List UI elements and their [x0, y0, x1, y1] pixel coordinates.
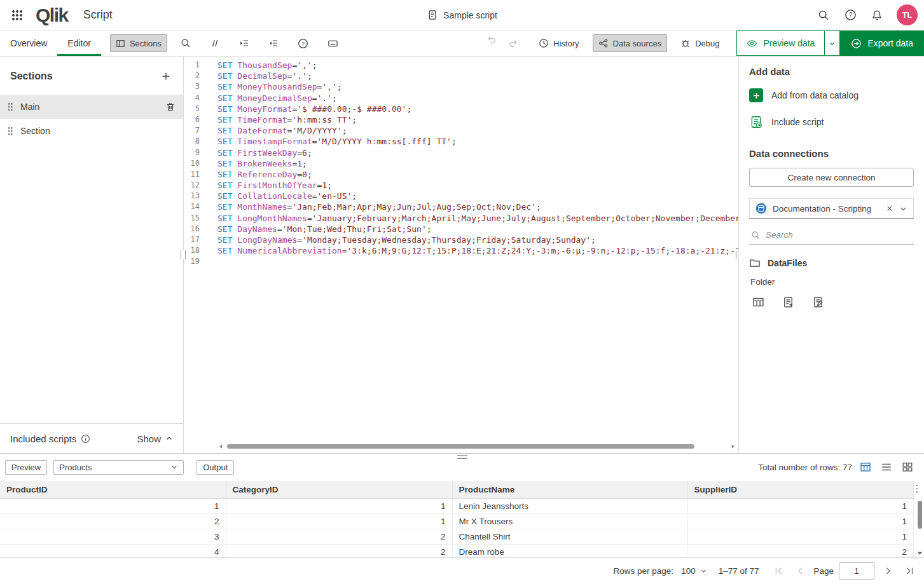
sidebar-resize-handle[interactable] — [181, 250, 186, 259]
connection-dropdown-button[interactable] — [899, 205, 907, 213]
outdent-button[interactable] — [263, 34, 284, 52]
code-line[interactable]: 18SET NumericalAbbreviation='3:k;6:M;9:G… — [184, 245, 738, 256]
show-included-scripts-button[interactable]: Show — [137, 433, 173, 444]
clear-connection-button[interactable] — [886, 205, 893, 212]
code-line[interactable]: 16SET DayNames='Mon;Tue;Wed;Thu;Fri;Sat;… — [184, 224, 738, 234]
sections-toggle-button[interactable]: Sections — [110, 34, 167, 52]
include-script-button[interactable]: Include script — [749, 109, 914, 135]
code-line[interactable]: 5SET MoneyFormat='$ ###0.00;-$ ###0.00'; — [184, 104, 738, 114]
notifications-button[interactable] — [866, 4, 888, 26]
code-line[interactable]: 2SET DecimalSep='.'; — [184, 71, 738, 81]
syntax-help-button[interactable]: ? — [292, 34, 314, 52]
last-page-button[interactable] — [901, 563, 918, 580]
table-row[interactable]: 4 2 Dream robe 2 — [0, 544, 914, 557]
code-line[interactable]: 12SET FirstMonthOfYear=1; — [184, 180, 738, 191]
code-line[interactable]: 11SET ReferenceDay=0; — [184, 169, 738, 180]
edit-script-button[interactable] — [810, 294, 825, 309]
sidebar-item-main[interactable]: Main — [0, 95, 183, 119]
sidebar-item-section[interactable]: Section — [0, 119, 183, 143]
code-line[interactable]: 19 — [184, 256, 738, 267]
code-line[interactable]: 10SET BrokenWeeks=1; — [184, 158, 738, 169]
scrollbar-thumb[interactable] — [918, 501, 922, 529]
redo-button[interactable] — [502, 34, 524, 52]
code-text: SET TimestampFormat='M/D/YYYY h:mm:ss[.f… — [217, 136, 457, 147]
panel-resize-handle[interactable] — [457, 455, 467, 459]
editor-resize-handle[interactable] — [736, 250, 739, 259]
code-editor[interactable]: 1SET ThousandSep=',';2SET DecimalSep='.'… — [184, 57, 739, 453]
connection-select[interactable]: Documentation - Scripting — [749, 198, 914, 219]
code-line[interactable]: 17SET LongDayNames='Monday;Tuesday;Wedne… — [184, 234, 738, 245]
connection-search-input[interactable]: Search — [749, 226, 914, 245]
export-data-button[interactable]: Export data — [840, 31, 924, 56]
scroll-right-icon[interactable] — [730, 444, 736, 449]
code-line[interactable]: 13SET CollationLocale='en-US'; — [184, 191, 738, 201]
select-data-button[interactable] — [750, 294, 766, 309]
code-line[interactable]: 15SET LongMonthNames='January;February;M… — [184, 213, 738, 224]
scroll-left-icon[interactable] — [218, 444, 224, 449]
list-view-button[interactable] — [879, 459, 894, 475]
table-select-value: Products — [59, 463, 92, 472]
scroll-down-button[interactable] — [917, 550, 923, 556]
first-page-button[interactable] — [770, 563, 787, 580]
info-icon[interactable] — [81, 434, 90, 444]
comment-button[interactable] — [204, 34, 226, 52]
indent-button[interactable] — [233, 34, 255, 52]
add-section-button[interactable] — [158, 68, 174, 85]
datafiles-connection[interactable]: DataFiles — [749, 257, 914, 269]
line-number: 13 — [184, 191, 217, 201]
global-search-button[interactable] — [813, 4, 834, 26]
column-header-productid[interactable]: ProductID — [0, 481, 226, 498]
preview-data-button[interactable]: Preview data — [736, 31, 825, 56]
help-button[interactable]: ? — [839, 4, 861, 26]
code-line[interactable]: 4SET MoneyDecimalSep='.'; — [184, 93, 738, 104]
line-number: 14 — [184, 201, 217, 212]
avatar[interactable]: TL — [897, 4, 918, 25]
table-row[interactable]: 2 1 Mr X Trousers 1 — [0, 513, 914, 529]
document-title[interactable]: Sample script — [427, 0, 497, 30]
table-row[interactable]: 1 1 Lenin Jeansshorts 1 — [0, 498, 914, 513]
code-line[interactable]: 7SET DateFormat='M/D/YYYY'; — [184, 125, 738, 136]
drag-handle-icon[interactable] — [8, 102, 13, 111]
code-line[interactable]: 8SET TimestampFormat='M/D/YYYY h:mm:ss[.… — [184, 136, 738, 147]
rows-per-page-select[interactable]: 100 — [681, 566, 707, 576]
history-button[interactable]: History — [533, 34, 584, 52]
delete-section-button[interactable] — [165, 102, 176, 112]
table-view-button[interactable] — [858, 459, 873, 475]
horizontal-scrollbar[interactable] — [218, 443, 736, 450]
column-header-categoryid[interactable]: CategoryID — [226, 481, 452, 498]
undo-button[interactable] — [481, 31, 502, 48]
code-line[interactable]: 3SET MoneyThousandSep=','; — [184, 81, 738, 92]
preview-data-menu-button[interactable] — [825, 31, 840, 56]
include-script-file-button[interactable] — [780, 294, 796, 309]
tab-overview[interactable]: Overview — [0, 31, 57, 56]
trash-icon — [165, 102, 176, 112]
code-line[interactable]: 14SET MonthNames='Jan;Feb;Mar;Apr;May;Ju… — [184, 201, 738, 212]
code-area[interactable]: 1SET ThousandSep=',';2SET DecimalSep='.'… — [184, 57, 738, 268]
scrollbar-track[interactable] — [226, 444, 728, 449]
column-header-productname[interactable]: ProductName — [452, 481, 687, 498]
add-from-catalog-button[interactable]: Add from data catalog — [749, 82, 914, 109]
scrollbar-thumb[interactable] — [227, 444, 694, 449]
column-header-supplierid[interactable]: SupplierID — [687, 481, 914, 498]
code-line[interactable]: 9SET FirstWeekDay=6; — [184, 147, 738, 158]
create-connection-button[interactable]: Create new connection — [749, 168, 914, 187]
previous-page-button[interactable] — [792, 563, 808, 580]
debug-button[interactable]: Debug — [675, 34, 725, 52]
table-select[interactable]: Products — [53, 460, 184, 475]
code-line[interactable]: 1SET ThousandSep=','; — [184, 60, 738, 71]
table-vertical-scrollbar[interactable] — [915, 499, 924, 557]
table-row[interactable]: 3 2 Chantell Shirt 1 — [0, 529, 914, 544]
data-sources-button[interactable]: Data sources — [593, 34, 668, 52]
output-button[interactable]: Output — [197, 460, 234, 475]
drag-handle-icon[interactable] — [8, 126, 13, 135]
preview-button[interactable]: Preview — [5, 460, 47, 475]
table-options-button[interactable]: ⋮ — [912, 483, 922, 494]
next-page-button[interactable] — [879, 563, 896, 580]
grid-view-button[interactable] — [900, 459, 915, 475]
app-launcher-button[interactable] — [6, 4, 28, 26]
code-line[interactable]: 6SET TimeFormat='h:mm:ss TT'; — [184, 114, 738, 125]
page-number-input[interactable] — [839, 562, 874, 580]
find-replace-button[interactable] — [175, 34, 197, 52]
tab-editor[interactable]: Editor — [57, 31, 101, 56]
shortcuts-button[interactable] — [322, 34, 344, 52]
